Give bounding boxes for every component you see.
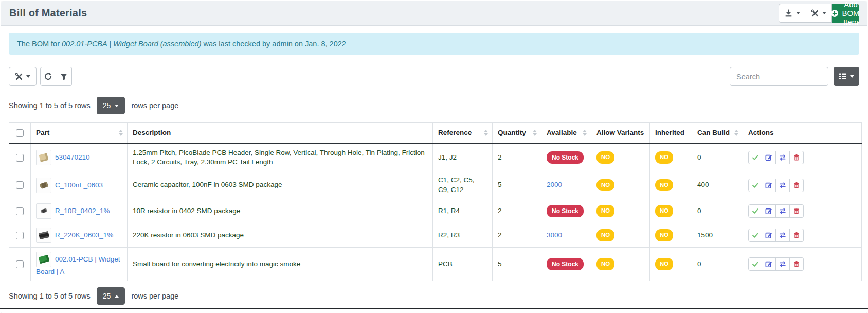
page-size-select[interactable]: 25 [97, 97, 125, 114]
edit-bom-item-button[interactable] [762, 151, 776, 164]
delete-bom-item-button[interactable] [790, 229, 804, 242]
part-link[interactable]: 530470210 [55, 153, 90, 161]
pagination-bottom: Showing 1 to 5 of 5 rows 25 rows per pag… [9, 287, 859, 305]
resistor-image [38, 231, 49, 239]
substitutes-icon [779, 260, 786, 268]
sort-icon[interactable] [734, 130, 738, 136]
delete-bom-item-button[interactable] [790, 179, 804, 192]
refresh-button[interactable] [40, 67, 56, 86]
part-thumbnail [36, 203, 51, 219]
substitutes-button[interactable] [776, 179, 790, 192]
sort-icon[interactable] [484, 130, 488, 136]
chevron-up-icon [115, 295, 119, 298]
edit-bom-item-button[interactable] [762, 179, 776, 192]
edit-icon [765, 232, 772, 239]
page-size-select[interactable]: 25 [97, 287, 125, 305]
part-thumbnail [36, 150, 51, 165]
part-description: 220K resistor in 0603 SMD package [128, 223, 433, 247]
substitutes-icon [779, 232, 786, 239]
allow-variants-badge: NO [596, 205, 614, 217]
row-checkbox[interactable] [16, 207, 24, 215]
row-actions [748, 229, 804, 242]
part-thumbnail [36, 178, 51, 193]
row-checkbox[interactable] [16, 232, 24, 239]
column-header-allow-variants[interactable]: Allow Variants [591, 123, 650, 144]
export-bom-button[interactable] [779, 4, 805, 23]
delete-icon [793, 232, 800, 239]
column-header-available[interactable]: Available [541, 123, 591, 144]
substitutes-button[interactable] [776, 229, 790, 242]
alert-text-prefix: The BOM for [17, 40, 62, 48]
row-checkbox[interactable] [16, 181, 24, 189]
table-row: R_220K_0603_1% 220K resistor in 0603 SMD… [9, 223, 862, 247]
add-bom-item-label: Add BOM Item [842, 0, 859, 26]
edit-bom-item-button[interactable] [762, 257, 776, 271]
panel-body: The BOM for 002.01-PCBA | Widget Board (… [1, 26, 867, 313]
validate-icon [752, 154, 759, 161]
row-checkbox[interactable] [16, 260, 24, 268]
columns-button[interactable] [834, 67, 859, 86]
chevron-down-icon [115, 105, 119, 107]
page-title: Bill of Materials [9, 7, 87, 19]
part-link[interactable]: R_220K_0603_1% [55, 231, 113, 238]
part-link[interactable]: C_100nF_0603 [55, 181, 103, 188]
inherited-badge: NO [655, 229, 673, 241]
available-stock-link[interactable]: 3000 [547, 231, 562, 239]
validate-bom-item-button[interactable] [748, 204, 762, 218]
filter-button[interactable] [56, 67, 72, 86]
validate-bom-item-button[interactable] [748, 229, 762, 242]
delete-icon [793, 207, 800, 215]
sort-icon[interactable] [119, 130, 123, 136]
pagination-top: Showing 1 to 5 of 5 rows 25 rows per pag… [9, 97, 859, 114]
part-description: Small board for converting electricity i… [128, 247, 433, 281]
substitutes-button[interactable] [776, 257, 790, 271]
column-header-reference[interactable]: Reference [433, 123, 493, 144]
column-header-description[interactable]: Description [128, 123, 433, 144]
delete-bom-item-button[interactable] [790, 257, 804, 271]
add-bom-item-button[interactable]: Add BOM Item [832, 4, 859, 23]
edit-bom-item-button[interactable] [762, 229, 776, 242]
select-all-checkbox[interactable] [16, 129, 24, 137]
panel-header: Bill of Materials Add BOM Item [1, 1, 867, 26]
delete-bom-item-button[interactable] [790, 204, 804, 218]
reference-cell: R2, R3 [433, 223, 493, 247]
sort-icon[interactable] [533, 130, 537, 136]
table-row: 002.01-PCB | Widget Board | A Small boar… [9, 247, 862, 281]
table-row: 530470210 1.25mm Pitch, PicoBlade PCB He… [9, 144, 862, 171]
rows-per-page-label: rows per page [131, 101, 178, 110]
quantity-cell: 2 [493, 199, 541, 223]
validate-bom-item-button[interactable] [748, 151, 762, 164]
download-icon [784, 9, 793, 18]
search-input[interactable] [730, 67, 828, 86]
row-checkbox[interactable] [16, 154, 24, 162]
available-stock-link[interactable]: 2000 [547, 181, 562, 188]
row-actions [748, 257, 804, 271]
column-header-can-build[interactable]: Can Build [692, 123, 743, 144]
validate-icon [752, 260, 759, 268]
row-actions [748, 179, 804, 192]
no-stock-badge: No Stock [547, 258, 584, 270]
column-header-inherited[interactable]: Inherited [650, 123, 692, 144]
substitutes-button[interactable] [776, 204, 790, 218]
table-actions-button[interactable] [9, 67, 37, 86]
reference-cell: PCB [433, 247, 493, 281]
row-actions [748, 204, 804, 218]
column-header-part[interactable]: Part [31, 123, 128, 144]
bom-actions-button[interactable] [805, 4, 832, 23]
part-link[interactable]: R_10R_0402_1% [55, 206, 110, 214]
reference-cell: J1, J2 [433, 144, 493, 171]
validate-bom-item-button[interactable] [748, 257, 762, 271]
plus-circle-icon [830, 9, 839, 18]
page-size-value: 25 [103, 101, 111, 110]
substitutes-button[interactable] [776, 151, 790, 164]
validate-bom-item-button[interactable] [748, 179, 762, 192]
delete-bom-item-button[interactable] [790, 151, 804, 164]
delete-icon [793, 154, 800, 161]
quantity-cell: 5 [493, 171, 541, 199]
table-row: C_100nF_0603 Ceramic capacitor, 100nF in… [9, 171, 862, 199]
sort-icon[interactable] [583, 130, 587, 136]
column-header-quantity[interactable]: Quantity [493, 123, 541, 144]
edit-bom-item-button[interactable] [762, 204, 776, 218]
substitutes-icon [779, 154, 786, 161]
edit-icon [765, 154, 772, 161]
